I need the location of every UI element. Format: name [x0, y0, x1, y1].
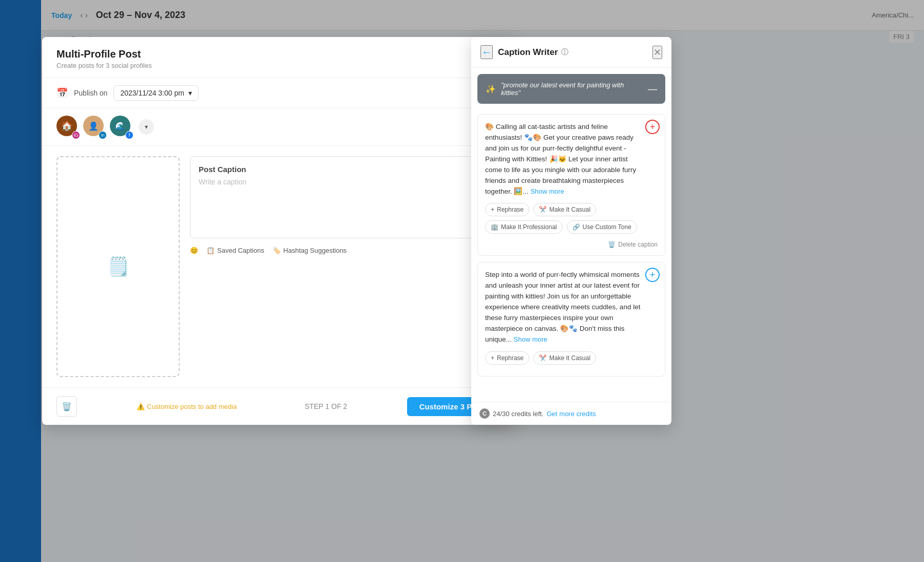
make-casual-1-btn[interactable]: ✂️ Make It Casual [533, 203, 596, 216]
caption-card-1: + 🎨 Calling all cat-tastic artists and f… [477, 114, 665, 256]
caption-2-actions: + Rephrase ✂️ Make It Casual [485, 351, 658, 365]
avatar-dropdown-btn[interactable]: ▾ [139, 119, 154, 135]
emoji-tool[interactable]: 😊 [190, 247, 198, 254]
caption-area: Post Caption Write a caption 😊 📋 Saved C… [190, 156, 500, 377]
info-icon[interactable]: ⓘ [561, 48, 568, 57]
caption-1-text: 🎨 Calling all cat-tastic artists and fel… [485, 122, 658, 197]
avatar-facebook[interactable]: 🌊 f [110, 116, 132, 138]
sparkle-icon: ✨ [486, 84, 496, 94]
saved-captions-icon: 📋 [206, 247, 215, 254]
close-icon: ✕ [653, 47, 661, 58]
caption-toolbar: 😊 📋 Saved Captions 🏷️ Hashtag Suggestion… [190, 245, 500, 256]
avatar-instagram[interactable]: 🏠 IG [56, 116, 79, 138]
instagram-badge: IG [72, 131, 80, 139]
make-casual-2-btn[interactable]: ✂️ Make It Casual [533, 351, 596, 365]
custom-tone-1-btn[interactable]: 🔗 Use Custom Tone [567, 220, 637, 234]
chevron-down-icon: ▾ [188, 89, 192, 97]
publish-date-value: 2023/11/24 3:00 pm [120, 89, 184, 97]
show-more-1[interactable]: Show more [530, 188, 564, 195]
facebook-badge: f [125, 131, 133, 139]
back-arrow-icon: ← [482, 46, 492, 58]
get-more-credits-btn[interactable]: Get more credits [547, 410, 596, 418]
caption-1-actions: + Rephrase ✂️ Make It Casual [485, 203, 658, 216]
warning-icon: ⚠️ [137, 403, 145, 410]
rephrase-2-icon: + [491, 354, 494, 362]
rephrase-1-btn[interactable]: + Rephrase [485, 203, 529, 216]
saved-captions-label: Saved Captions [217, 247, 264, 254]
credits-icon: C [479, 408, 490, 419]
back-button[interactable]: ← [480, 45, 493, 59]
caption-box: Post Caption Write a caption [190, 156, 500, 238]
caption-input[interactable]: Write a caption [199, 178, 491, 186]
scissors-icon: ✂️ [539, 206, 547, 213]
publish-label: Publish on [74, 89, 107, 97]
caption-label: Post Caption [199, 165, 491, 174]
show-more-2[interactable]: Show more [514, 335, 548, 343]
delete-caption-1-btn[interactable]: 🗑️ Delete caption [608, 241, 658, 248]
customize-note: ⚠️ Customize posts to add media [137, 403, 237, 410]
add-caption-1-btn[interactable]: + [645, 120, 660, 134]
delete-post-btn[interactable]: 🗑️ [56, 396, 77, 417]
post-preview-area: 🗒️ [56, 156, 180, 377]
hashtag-label: Hashtag Suggestions [283, 247, 347, 254]
caption-writer-header: ← Caption Writer ⓘ ✕ [471, 37, 671, 68]
preview-doc-icon: 🗒️ [107, 256, 130, 277]
modal-title: Multi-Profile Post [56, 48, 500, 60]
caption-2-text: Step into a world of purr-fectly whimsic… [485, 270, 658, 345]
publish-toolbar: 📅 Publish on 2023/11/24 3:00 pm ▾ [42, 78, 514, 108]
step-label: STEP 1 OF 2 [304, 402, 347, 410]
linkedin-badge: in [99, 131, 107, 139]
emoji-icon: 😊 [190, 247, 198, 254]
link-icon: 🔗 [572, 223, 580, 231]
modal-footer: 🗑️ ⚠️ Customize posts to add media STEP … [42, 387, 514, 425]
captions-scroll[interactable]: + 🎨 Calling all cat-tastic artists and f… [471, 110, 671, 402]
modal-subtitle: Create posts for 3 social profiles [56, 62, 500, 69]
rephrase-2-btn[interactable]: + Rephrase [485, 351, 529, 365]
credits-text: 24/30 credits left. [493, 410, 544, 418]
scissors-2-icon: ✂️ [539, 354, 547, 362]
prompt-box: ✨ "promote our latest event for painting… [477, 74, 665, 104]
create-post-modal: Multi-Profile Post Create posts for 3 so… [42, 37, 514, 425]
trash-small-icon: 🗑️ [608, 241, 615, 248]
modal-header: Multi-Profile Post Create posts for 3 so… [42, 37, 514, 78]
profile-avatars-row: 🏠 IG 👤 in 🌊 f ▾ [42, 108, 514, 146]
modal-content: 🗒️ Post Caption Write a caption 😊 📋 Save… [42, 146, 514, 387]
prompt-text: "promote our latest event for painting w… [501, 81, 643, 97]
saved-captions-tool[interactable]: 📋 Saved Captions [206, 247, 264, 254]
hashtag-icon: 🏷️ [273, 247, 281, 254]
caption-1-delete-row: 🗑️ Delete caption [485, 238, 658, 248]
caption-1-actions-2: 🏢 Make It Professional 🔗 Use Custom Tone [485, 220, 658, 234]
avatar-linkedin[interactable]: 👤 in [83, 116, 106, 138]
caption-writer-title: Caption Writer ⓘ [498, 47, 647, 58]
caption-card-2: + Step into a world of purr-fectly whims… [477, 262, 665, 376]
trash-icon: 🗑️ [62, 402, 72, 411]
date-selector[interactable]: 2023/11/24 3:00 pm ▾ [113, 85, 199, 101]
caption-writer-panel: ← Caption Writer ⓘ ✕ ✨ "promote our late… [471, 37, 671, 425]
make-professional-1-btn[interactable]: 🏢 Make It Professional [485, 220, 563, 234]
calendar-icon: 📅 [56, 87, 68, 99]
close-button[interactable]: ✕ [652, 46, 662, 59]
minimize-prompt-btn[interactable]: — [648, 84, 657, 95]
hashtag-tool[interactable]: 🏷️ Hashtag Suggestions [273, 247, 347, 254]
building-icon: 🏢 [491, 223, 498, 231]
caption-writer-footer: C 24/30 credits left. Get more credits [471, 402, 671, 425]
rephrase-icon: + [491, 206, 494, 213]
